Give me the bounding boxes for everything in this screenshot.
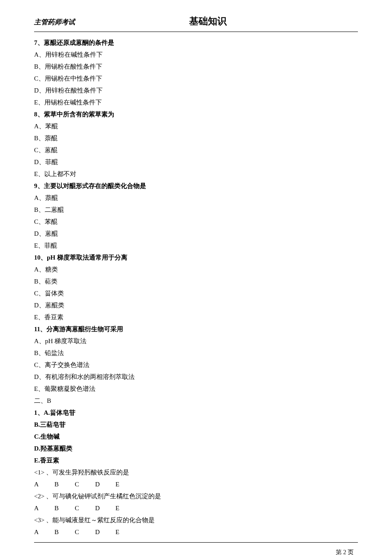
opt-e: E [115,479,134,490]
content-body: 7、蒽醌还原成蒽酮的条件是 A、用锌粉在碱性条件下 B、用锡粉在酸性条件下 C、… [34,37,358,538]
opt-c: C [75,526,94,538]
q7-option-d: D、用锌粉在酸性条件下 [34,85,358,96]
q8-option-b: B、萘醌 [34,133,358,144]
q7-option-e: E、用锡粉在碱性条件下 [34,97,358,108]
opt-b: B [55,479,73,490]
q8-option-e: E、以上都不对 [34,168,358,180]
opt-e: E [115,503,134,514]
page-number: 第 2 页 [34,547,358,555]
opt-b: B [55,526,73,538]
q11-option-e: E、葡聚糖凝胶色谱法 [34,383,358,395]
q11-option-c: C、离子交换色谱法 [34,359,358,371]
b-q1-e: E.香豆素 [34,455,358,466]
q9-option-d: D、蒽醌 [34,228,358,240]
b-sub3-options: A B C D E [34,526,358,538]
footer-divider [34,542,358,543]
opt-c: C [75,479,94,490]
q9-option-b: B、二蒽醌 [34,204,358,216]
q9-stem: 9、主要以对醌形式存在的醌类化合物是 [34,180,358,192]
opt-c: C [75,503,94,514]
q8-option-a: A、苯醌 [34,121,358,132]
q11-option-b: B、铅盐法 [34,347,358,359]
q11-option-a: A、pH 梯度萃取法 [34,335,358,347]
opt-a: A [34,479,53,490]
q10-option-c: C、甾体类 [34,288,358,299]
opt-a: A [34,503,53,514]
q10-option-b: B、萜类 [34,276,358,287]
q10-stem: 10、pH 梯度萃取法通常用于分离 [34,252,358,263]
q10-option-a: A、糖类 [34,264,358,275]
q7-option-b: B、用锡粉在酸性条件下 [34,61,358,72]
opt-e: E [115,526,134,538]
q8-option-c: C、蒽醌 [34,145,358,156]
q10-option-d: D、蒽醌类 [34,300,358,311]
opt-d: D [95,479,114,490]
b-sub1: <1> 、可发生异羟肟酸铁反应的是 [34,467,358,478]
b-q1-stem: 1、A.甾体皂苷 [34,407,358,419]
q9-option-a: A、萘醌 [34,192,358,204]
b-q1-c: C.生物碱 [34,431,358,442]
section-b-label: 二、B [34,395,358,407]
b-sub2-options: A B C D E [34,503,358,514]
opt-a: A [34,526,53,538]
q10-option-e: E、香豆素 [34,312,358,323]
q8-stem: 8、紫草中所含有的紫草素为 [34,109,358,120]
opt-d: D [95,503,114,514]
q11-stem: 11、分离游离蒽醌衍生物可采用 [34,324,358,335]
b-sub1-options: A B C D E [34,479,358,490]
b-q1-d: D.羟基蒽醌类 [34,443,358,454]
b-q1-b: B.三萜皂苷 [34,419,358,431]
q7-stem: 7、蒽醌还原成蒽酮的条件是 [34,37,358,49]
page-header: 主管药师考试 基础知识 [34,13,358,32]
q7-option-a: A、用锌粉在碱性条件下 [34,49,358,61]
q8-option-d: D、菲醌 [34,156,358,168]
b-sub2: <2> 、可与碘化铋钾试剂产生橘红色沉淀的是 [34,491,358,502]
opt-b: B [55,503,73,514]
q9-option-e: E、菲醌 [34,240,358,251]
b-sub3: <3> 、能与碱液显红～紫红反应的化合物是 [34,515,358,526]
q7-option-c: C、用锡粉在中性条件下 [34,73,358,84]
q11-option-d: D、有机溶剂和水的两相溶剂萃取法 [34,371,358,383]
q9-option-c: C、苯醌 [34,216,358,228]
opt-d: D [95,526,114,538]
header-title: 基础知识 [58,13,358,30]
